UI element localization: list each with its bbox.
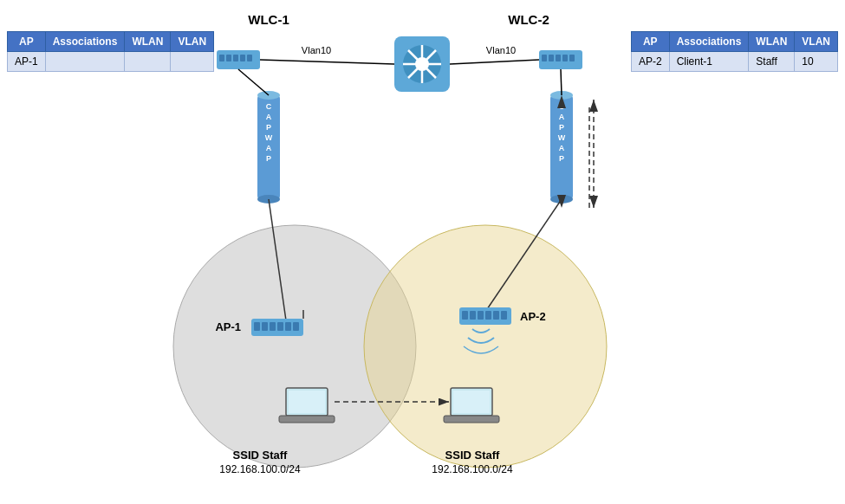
right-table-header-vlan: VLAN xyxy=(795,32,838,52)
laptop-right-screen xyxy=(451,388,492,416)
central-switch-center xyxy=(415,57,429,71)
svg-rect-34 xyxy=(470,311,476,320)
capwap-left-tube xyxy=(257,95,280,199)
line-center-to-wlc2 xyxy=(450,60,539,64)
svg-rect-4 xyxy=(247,55,252,61)
svg-text:A: A xyxy=(559,113,565,121)
svg-rect-35 xyxy=(478,311,484,320)
svg-rect-3 xyxy=(240,55,245,61)
right-table-ap2: AP-2 xyxy=(631,52,669,72)
ssid-right-label: SSID Staff xyxy=(445,449,501,462)
wlc1-switch xyxy=(217,50,260,69)
svg-rect-1 xyxy=(226,55,231,61)
svg-rect-29 xyxy=(277,322,283,331)
svg-text:A: A xyxy=(266,144,272,152)
right-table-header-ap: AP xyxy=(631,32,669,52)
svg-rect-5 xyxy=(542,55,547,61)
vlan10-right-label: Vlan10 xyxy=(486,45,516,55)
ap1-label: AP-1 xyxy=(215,320,241,333)
left-table-header-vlan: VLAN xyxy=(171,32,214,52)
left-table-ap1-wlan xyxy=(125,52,171,72)
vlan10-left-label: Vlan10 xyxy=(302,45,331,55)
svg-rect-7 xyxy=(556,55,561,61)
svg-rect-0 xyxy=(219,55,224,61)
svg-rect-31 xyxy=(293,322,299,331)
left-table: AP Associations WLAN VLAN AP-1 xyxy=(7,31,214,72)
svg-text:A: A xyxy=(559,144,565,152)
ap2-label: AP-2 xyxy=(520,310,546,323)
laptop-left-screen xyxy=(286,388,328,416)
left-table-header-wlan: WLAN xyxy=(125,32,171,52)
svg-text:P: P xyxy=(559,123,564,132)
central-switch-circle xyxy=(403,45,441,83)
laptop-left-base xyxy=(279,416,335,423)
svg-rect-8 xyxy=(562,55,568,61)
wlc1-label: WLC-1 xyxy=(248,12,289,27)
svg-text:P: P xyxy=(266,123,271,132)
svg-rect-2 xyxy=(233,55,238,61)
ap2-device xyxy=(459,307,511,325)
capwap-up-arrow xyxy=(557,95,566,108)
svg-rect-33 xyxy=(462,311,468,320)
ap2-signal-3 xyxy=(464,346,498,353)
svg-point-19 xyxy=(550,195,573,204)
wlc2-switch xyxy=(539,50,582,69)
svg-text:W: W xyxy=(265,133,273,142)
line-capwap-right-to-ap2 xyxy=(485,199,562,312)
capwap-down-arrow xyxy=(557,195,566,208)
svg-rect-6 xyxy=(549,55,554,61)
svg-rect-37 xyxy=(493,311,499,320)
diagram-svg: WLC-1 WLC-2 Vlan10 Vlan10 C A P W A P C xyxy=(0,0,845,504)
right-table-header-wlan: WLAN xyxy=(749,32,795,52)
svg-rect-28 xyxy=(270,322,276,331)
ssid-right-subnet: 192.168.100.0/24 xyxy=(432,463,513,475)
svg-text:P: P xyxy=(559,154,564,163)
ssid-left-subnet: 192.168.100.0/24 xyxy=(219,463,301,475)
left-table-header-ap: AP xyxy=(8,32,46,52)
laptop-right-base xyxy=(444,416,499,423)
svg-text:P: P xyxy=(266,154,271,163)
svg-point-10 xyxy=(257,91,280,100)
svg-text:W: W xyxy=(558,133,566,142)
ap1-device xyxy=(251,319,303,336)
line-wlc2-to-capwap xyxy=(561,69,562,95)
right-dashed-arrow-down xyxy=(589,196,598,208)
central-switch-icon xyxy=(394,36,450,92)
left-table-ap1-assoc xyxy=(45,52,125,72)
svg-rect-38 xyxy=(501,311,507,320)
coverage-circle-left xyxy=(173,225,416,468)
right-table-ap2-vlan: 10 xyxy=(795,52,838,72)
line-wlc1-to-capwap xyxy=(238,69,269,95)
svg-rect-27 xyxy=(262,322,268,331)
left-table-ap1: AP-1 xyxy=(8,52,46,72)
svg-text:C: C xyxy=(559,102,565,111)
line-wlc1-to-center xyxy=(260,60,394,64)
laptop-right-display xyxy=(453,391,490,413)
left-table-header-associations: Associations xyxy=(45,32,125,52)
svg-point-11 xyxy=(257,195,280,204)
ssid-left-label: SSID Staff xyxy=(233,449,289,462)
right-table-header-associations: Associations xyxy=(669,32,749,52)
svg-text:A: A xyxy=(266,113,272,121)
svg-rect-26 xyxy=(254,322,260,331)
svg-rect-36 xyxy=(485,311,491,320)
spoke-d1 xyxy=(408,50,436,78)
right-table-ap2-assoc: Client-1 xyxy=(669,52,749,72)
svg-rect-9 xyxy=(569,55,575,61)
capwap-right-tube xyxy=(550,95,573,199)
svg-text:C: C xyxy=(266,102,272,111)
right-dashed-arrow-up xyxy=(589,100,598,112)
spoke-d2 xyxy=(408,50,436,78)
laptop-left-display xyxy=(289,391,325,413)
ap2-signal-1 xyxy=(472,329,490,333)
svg-rect-30 xyxy=(285,322,291,331)
wlc2-label: WLC-2 xyxy=(508,12,549,27)
ap2-signal-2 xyxy=(468,338,494,343)
coverage-circle-right xyxy=(364,225,607,468)
right-table-ap2-wlan: Staff xyxy=(749,52,795,72)
right-table: AP Associations WLAN VLAN AP-2 Client-1 … xyxy=(631,31,838,72)
left-table-ap1-vlan xyxy=(171,52,214,72)
svg-point-18 xyxy=(550,91,573,100)
line-capwap-left-to-ap1 xyxy=(269,199,286,320)
